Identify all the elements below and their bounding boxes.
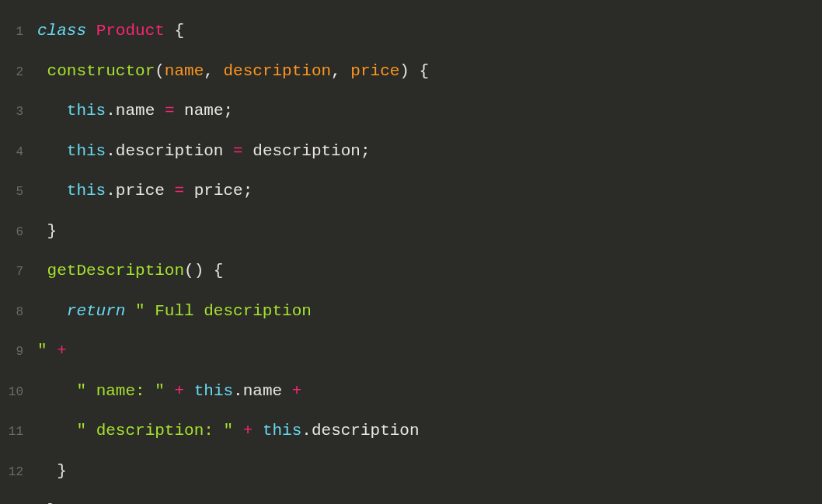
line-content[interactable]: " name: " + this.name + — [37, 379, 301, 404]
indent — [37, 262, 47, 280]
token-punct: . — [106, 142, 116, 160]
token-classname: Product — [96, 22, 165, 40]
indent — [37, 62, 47, 80]
token-ident: price — [194, 182, 243, 200]
token-keyword: class — [37, 22, 86, 40]
token-punct: , — [204, 62, 223, 80]
token-punct: . — [301, 422, 312, 440]
code-line[interactable]: 12 } — [0, 451, 822, 492]
line-number: 7 — [0, 262, 37, 281]
indent — [37, 102, 67, 120]
line-content[interactable]: } — [37, 459, 67, 484]
token-punct: . — [106, 182, 116, 200]
line-number: 4 — [0, 143, 37, 162]
token-func: getDescription — [47, 262, 184, 280]
token-prop: description — [116, 142, 224, 160]
code-line[interactable]: 1class Product { — [0, 11, 822, 51]
token-punct: ; — [360, 142, 371, 160]
code-line[interactable]: 6 } — [0, 211, 822, 252]
line-content[interactable]: constructor(name, description, price) { — [37, 59, 429, 84]
token-prop: description — [312, 422, 420, 440]
token-param: price — [350, 62, 399, 80]
token-punct: ; — [243, 182, 253, 200]
token-punct: { — [165, 22, 184, 40]
token-prop: price — [116, 182, 165, 200]
token-op: = — [165, 102, 175, 120]
line-content[interactable]: this.price = price; — [37, 179, 253, 203]
token-punct: } — [47, 222, 57, 240]
token-punct — [165, 382, 175, 400]
token-string: " name: " — [76, 382, 164, 400]
token-this: this — [263, 422, 301, 440]
line-content[interactable]: getDescription() { — [37, 259, 223, 283]
token-punct: ) { — [399, 62, 429, 80]
indent — [37, 142, 67, 160]
code-line[interactable]: 5 this.price = price; — [0, 171, 822, 211]
code-line[interactable]: 3 this.name = name; — [0, 91, 822, 131]
code-line[interactable]: 13 } — [0, 491, 822, 504]
token-this: this — [67, 142, 106, 160]
code-line[interactable]: 10 " name: " + this.name + — [0, 371, 822, 412]
line-content[interactable]: } — [37, 499, 57, 504]
token-ident: description — [253, 142, 360, 160]
code-line[interactable]: 8 return " Full description — [0, 291, 822, 332]
token-punct — [155, 102, 165, 120]
code-line[interactable]: 4 this.description = description; — [0, 131, 822, 172]
line-content[interactable]: " + — [37, 339, 67, 363]
token-punct — [47, 342, 57, 360]
token-string: " Full description — [135, 302, 312, 320]
token-punct — [223, 142, 233, 160]
line-content[interactable]: class Product { — [37, 19, 184, 43]
line-number: 5 — [0, 182, 37, 201]
indent — [37, 422, 76, 440]
code-line[interactable]: 2 constructor(name, description, price) … — [0, 51, 822, 92]
indent — [37, 302, 67, 320]
line-number: 8 — [0, 303, 37, 322]
token-punct — [243, 142, 253, 160]
token-this: this — [67, 182, 106, 200]
token-punct — [86, 22, 96, 40]
indent — [37, 222, 47, 240]
token-op: + — [292, 382, 302, 400]
token-punct: } — [57, 462, 67, 480]
indent — [37, 462, 57, 480]
token-op: + — [174, 382, 184, 400]
token-op: + — [57, 342, 67, 360]
token-punct — [253, 422, 263, 440]
line-content[interactable]: this.name = name; — [37, 99, 233, 123]
line-content[interactable]: } — [37, 219, 57, 244]
line-number: 10 — [0, 383, 37, 401]
token-string: " — [37, 342, 47, 360]
line-content[interactable]: this.description = description; — [37, 139, 371, 164]
line-number: 1 — [0, 23, 37, 41]
code-line[interactable]: 11 " description: " + this.description — [0, 411, 822, 451]
line-number: 2 — [0, 63, 37, 82]
token-punct — [184, 182, 194, 200]
token-punct: ; — [224, 102, 234, 120]
code-line[interactable]: 9" + — [0, 331, 822, 371]
line-content[interactable]: " description: " + this.description — [37, 419, 420, 443]
token-punct: . — [233, 382, 243, 400]
token-prop: name — [243, 382, 282, 400]
token-param: description — [223, 62, 331, 80]
token-punct — [174, 102, 184, 120]
token-this: this — [67, 102, 106, 120]
line-number: 12 — [0, 463, 37, 481]
token-punct — [125, 302, 135, 320]
token-keyword: return — [67, 302, 126, 320]
token-this: this — [194, 382, 233, 400]
token-punct — [165, 182, 175, 200]
token-punct: ( — [155, 62, 165, 80]
code-line[interactable]: 7 getDescription() { — [0, 251, 822, 291]
token-param: name — [165, 62, 204, 80]
token-punct — [233, 422, 243, 440]
line-number: 11 — [0, 422, 37, 441]
token-op: + — [243, 422, 253, 440]
token-op: = — [174, 182, 184, 200]
token-punct: () { — [184, 262, 223, 280]
indent — [37, 382, 76, 400]
token-func: constructor — [47, 62, 155, 80]
code-editor[interactable]: 1class Product {2 constructor(name, desc… — [0, 11, 822, 504]
token-string: " description: " — [76, 422, 233, 440]
line-content[interactable]: return " Full description — [37, 299, 312, 324]
